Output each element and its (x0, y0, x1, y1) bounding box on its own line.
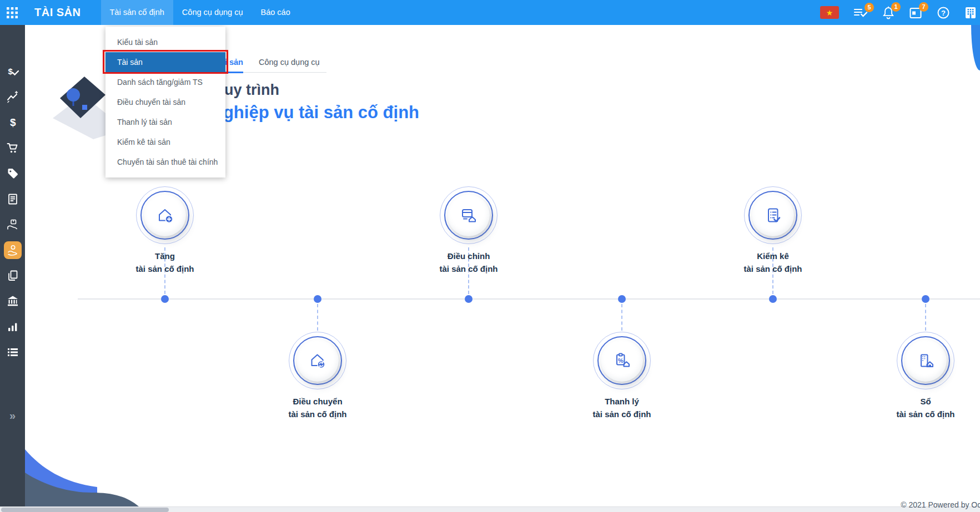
bell-badge: 1 (891, 2, 901, 12)
workflow-node-transfer: Điều chuyển tài sản cố định (268, 332, 368, 454)
node-title: Kiểm kê (723, 251, 823, 261)
building-house-icon[interactable] (904, 339, 947, 382)
node-subtitle: tài sản cố định (572, 409, 672, 419)
language-flag-icon[interactable]: ★ (820, 6, 839, 19)
svg-text:$: $ (10, 116, 16, 128)
top-menu-fixed-assets[interactable]: Tài sản cố định (101, 0, 173, 25)
workflow-node-liquidation: % Thanh lý tài sản cố định (572, 332, 672, 454)
house-plus-icon[interactable] (144, 194, 186, 236)
checklist-doc-icon[interactable] (752, 194, 794, 236)
svg-text:$: $ (8, 67, 13, 76)
timeline-dot (618, 295, 626, 303)
top-navbar: TÀI SẢN Tài sản cố định Công cụ dụng cụ … (0, 0, 980, 25)
node-subtitle: tài sản cố định (876, 409, 976, 419)
activities-badge: 5 (865, 3, 874, 12)
node-title: Điều chuyển (268, 397, 368, 406)
activities-icon[interactable]: 5 (853, 7, 868, 19)
trend-icon[interactable] (7, 91, 19, 103)
menu-item-assets[interactable]: Tài sản (105, 52, 225, 72)
app-window: TÀI SẢN Tài sản cố định Công cụ dụng cụ … (0, 0, 980, 512)
workflow-node-adjust: Điều chỉnh tài sản cố định (419, 186, 519, 308)
node-subtitle: tài sản cố định (419, 264, 519, 273)
timeline-connector (925, 304, 926, 331)
top-menu: Tài sản cố định Công cụ dụng cụ Báo cáo (101, 0, 299, 25)
left-sidebar: $ $ (0, 25, 25, 506)
clipboard-percent-house-icon[interactable]: % (601, 339, 643, 382)
help-icon[interactable]: ? (937, 6, 950, 19)
corner-waves-decoration (25, 444, 144, 506)
hand-coin-icon[interactable] (4, 241, 22, 259)
node-subtitle: tài sản cố định (723, 264, 823, 273)
heading-line1: Quy trình (213, 82, 419, 99)
top-menu-reports[interactable]: Báo cáo (252, 0, 299, 25)
cart-icon[interactable] (7, 142, 19, 154)
receipt-icon[interactable] (7, 193, 19, 205)
node-subtitle: tài sản cố định (268, 409, 368, 419)
workflow-node-ledger: Sổ tài sản cố định (876, 332, 976, 454)
node-title: Điều chỉnh (419, 251, 519, 261)
svg-text:%: % (618, 357, 624, 364)
copyright-text: © 2021 Powered by Od (901, 500, 980, 509)
node-title: Sổ (876, 397, 976, 406)
bar-chart-icon[interactable] (7, 321, 19, 333)
calendar-badge: 7 (919, 2, 928, 12)
workflow-node-increase: Tăng tài sản cố định (115, 186, 215, 308)
topbar-actions: ★ 5 1 (820, 0, 977, 25)
asset-hand-icon[interactable] (7, 219, 19, 231)
app-grid-icon[interactable] (0, 0, 24, 25)
card-house-icon[interactable] (448, 194, 490, 236)
timeline-dot (314, 295, 321, 303)
company-apps-icon[interactable] (964, 6, 977, 19)
bell-icon[interactable]: 1 (882, 6, 894, 19)
bank-icon[interactable] (7, 295, 19, 307)
copy-icon[interactable] (7, 270, 19, 282)
workflow-node-inventory: Kiểm kê tài sản cố định (723, 186, 823, 308)
list-icon[interactable] (7, 346, 19, 358)
money-check-icon[interactable]: $ (7, 65, 19, 78)
timeline-connector (317, 304, 318, 331)
node-title: Tăng (115, 251, 215, 261)
timeline-dot (922, 295, 929, 303)
house-sync-icon[interactable] (296, 339, 339, 382)
node-title: Thanh lý (572, 397, 672, 406)
heading-line2: nghiệp vụ tài sản cố định (213, 103, 419, 123)
top-menu-tools[interactable]: Công cụ dụng cụ (173, 0, 252, 25)
app-title: TÀI SẢN (34, 6, 81, 19)
content-tabs: Tài sản Công cụ dụng cụ (215, 58, 326, 73)
tag-icon[interactable] (7, 168, 19, 180)
page-heading: Quy trình nghiệp vụ tài sản cố định (213, 82, 419, 123)
scrollbar-thumb[interactable] (1, 508, 169, 512)
timeline-connector (621, 304, 622, 331)
calendar-icon[interactable]: 7 (909, 6, 922, 19)
node-subtitle: tài sản cố định (115, 264, 215, 273)
corner-decoration (971, 25, 980, 70)
menu-item-asset-transfer[interactable]: Điều chuyển tài sản (105, 92, 225, 112)
menu-item-asset-type[interactable]: Kiểu tài sản (105, 32, 225, 52)
menu-item-finance-lease-transfer[interactable]: Chuyển tài sản thuê tài chính (105, 152, 225, 172)
menu-item-asset-inventory[interactable]: Kiểm kê tài sản (105, 132, 225, 152)
svg-text:?: ? (941, 8, 946, 17)
menu-item-increase-decrease-list[interactable]: Danh sách tăng/giảm TS (105, 72, 225, 92)
sidebar-expand-icon[interactable]: » (9, 409, 16, 422)
dollar-icon[interactable]: $ (7, 116, 19, 129)
horizontal-scrollbar[interactable] (0, 506, 980, 512)
fixed-assets-dropdown: Kiểu tài sản Tài sản Danh sách tăng/giảm… (105, 27, 225, 178)
menu-item-asset-liquidation[interactable]: Thanh lý tài sản (105, 112, 225, 132)
tab-tools[interactable]: Công cụ dụng cụ (259, 58, 320, 72)
